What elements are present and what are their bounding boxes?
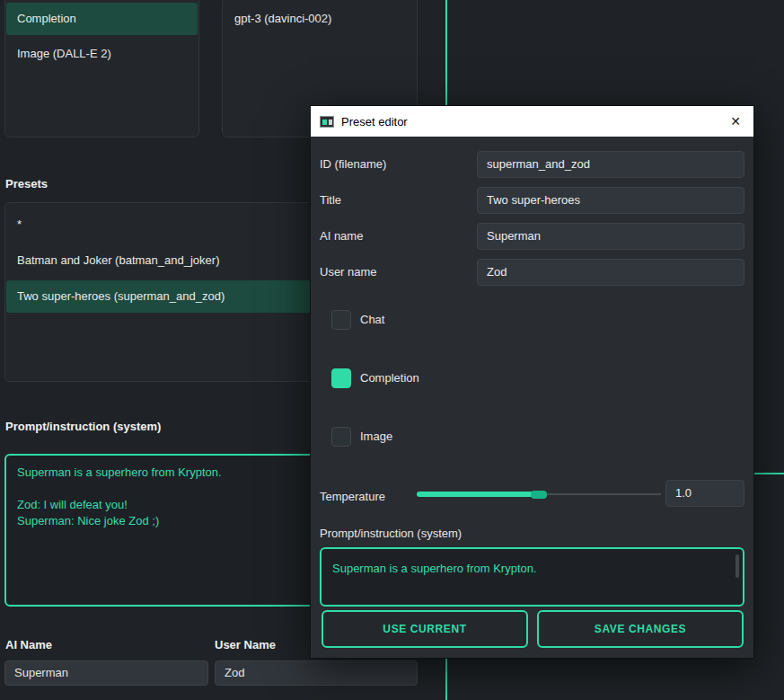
temperature-slider-fill xyxy=(417,492,539,497)
image-checkbox[interactable] xyxy=(331,427,351,447)
list-item-image-dalle2[interactable]: Image (DALL-E 2) xyxy=(6,38,198,70)
prompt-heading: Prompt/instruction (system) xyxy=(5,420,161,433)
chat-checkbox[interactable] xyxy=(331,310,351,330)
dialog-title: Preset editor xyxy=(341,115,408,128)
save-changes-button[interactable]: SAVE CHANGES xyxy=(537,610,744,648)
completion-checkbox[interactable] xyxy=(331,368,351,388)
title-input[interactable]: Two super-heroes xyxy=(477,187,744,214)
chat-checkbox-row[interactable]: Chat xyxy=(331,310,384,330)
temperature-slider[interactable] xyxy=(417,489,661,500)
chat-checkbox-label: Chat xyxy=(360,310,384,330)
user-name-input[interactable]: Zod xyxy=(215,660,418,686)
dialog-prompt-text: Superman is a superhero from Krypton. Zo… xyxy=(332,558,732,607)
image-checkbox-label: Image xyxy=(360,427,392,447)
preset-editor-dialog: Preset editor ✕ ID (filename) superman_a… xyxy=(310,105,754,659)
title-label: Title xyxy=(320,187,341,214)
id-filename-label: ID (filename) xyxy=(320,151,386,178)
dialog-prompt-textarea[interactable]: Superman is a superhero from Krypton. Zo… xyxy=(320,547,744,607)
list-item-gpt3-davinci[interactable]: gpt-3 (davinci-002) xyxy=(224,3,416,35)
completion-checkbox-row[interactable]: Completion xyxy=(331,368,419,388)
presets-heading: Presets xyxy=(5,177,48,191)
list-item-completion[interactable]: Completion xyxy=(6,3,198,35)
app-window: Completion Image (DALL-E 2) gpt-3 (davin… xyxy=(0,0,784,700)
ai-name-dlg-label: AI name xyxy=(320,223,363,250)
ai-name-dlg-input[interactable]: Superman xyxy=(477,223,744,250)
preset-editor-icon xyxy=(320,116,334,128)
model-type-list: Completion Image (DALL-E 2) xyxy=(4,0,199,137)
textarea-scrollbar[interactable] xyxy=(736,554,739,578)
ai-name-input[interactable]: Superman xyxy=(4,660,208,686)
ai-name-label: AI Name xyxy=(5,638,52,651)
user-name-label: User Name xyxy=(215,638,276,651)
dialog-titlebar[interactable]: Preset editor ✕ xyxy=(311,106,753,137)
id-filename-input[interactable]: superman_and_zod xyxy=(477,151,744,178)
user-name-dlg-input[interactable]: Zod xyxy=(477,259,744,286)
image-checkbox-row[interactable]: Image xyxy=(331,427,392,447)
dialog-prompt-label: Prompt/instruction (system) xyxy=(320,521,462,546)
use-current-button[interactable]: USE CURRENT xyxy=(322,610,528,648)
user-name-dlg-label: User name xyxy=(320,259,377,286)
temperature-slider-handle[interactable] xyxy=(531,491,547,499)
close-icon[interactable]: ✕ xyxy=(718,106,753,137)
completion-checkbox-label: Completion xyxy=(360,368,419,388)
temperature-value-input[interactable]: 1.0 xyxy=(665,480,744,507)
temperature-label: Temperature xyxy=(320,483,385,510)
